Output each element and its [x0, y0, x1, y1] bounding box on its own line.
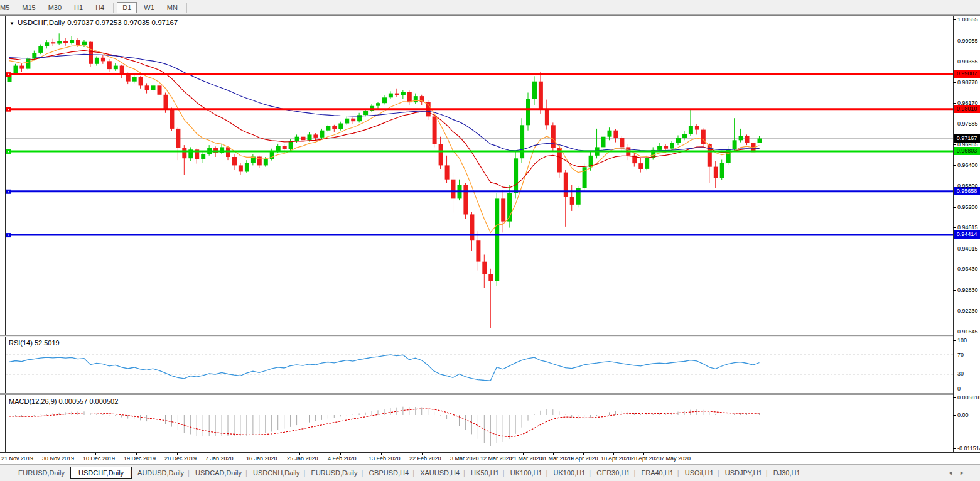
rsi-tick-label: 100 — [957, 337, 967, 343]
price-tick-mark — [953, 186, 956, 186]
date-tick-label: 30 Nov 2019 — [42, 455, 74, 462]
macd-tick-label: 0.005818 — [957, 394, 980, 401]
timeframe-d1-button[interactable]: D1 — [117, 2, 137, 13]
tab-usdcnh-daily[interactable]: USDCNH,Daily — [247, 467, 306, 479]
price-tick-mark — [953, 103, 956, 104]
date-tick-mark — [643, 453, 644, 455]
tabs-scroll-right-icon[interactable]: ► — [959, 470, 971, 476]
tab-scroll-arrows: ◄► — [947, 470, 971, 476]
price-tick-mark — [953, 144, 956, 145]
date-tick-label: 25 Jan 2020 — [287, 455, 318, 462]
date-tick-mark — [493, 453, 493, 455]
tab-audusd-daily[interactable]: AUDUSD,Daily — [132, 467, 190, 479]
macd-tick-mark — [953, 415, 956, 416]
tab-usdjpy-h1[interactable]: USDJPY,H1 — [719, 467, 768, 479]
price-tick-label: 0.94015 — [957, 246, 978, 252]
date-tick-mark — [553, 453, 554, 455]
price-tick-mark — [953, 332, 956, 332]
rsi-tick-mark — [953, 389, 956, 389]
timeframe-mn-button[interactable]: MN — [161, 2, 183, 13]
date-axis[interactable]: 21 Nov 201930 Nov 201910 Dec 201919 Dec … — [0, 452, 980, 465]
last-price-flag: 0.97167 — [954, 134, 980, 143]
date-tick-mark — [613, 453, 614, 455]
tab-usoil-h1[interactable]: USOil,H1 — [679, 467, 719, 479]
timeframe-m5-button[interactable]: M5 — [0, 2, 15, 13]
price-tick-mark — [953, 124, 956, 124]
date-tick-mark — [422, 453, 423, 455]
date-tick-mark — [523, 453, 524, 455]
price-tick-mark — [953, 311, 956, 311]
price-tick-mark — [953, 227, 956, 228]
tab-eurusd-daily-1[interactable]: EURUSD,Daily — [13, 467, 70, 479]
date-tick-label: 18 Apr 2020 — [601, 455, 632, 462]
macd-tick-mark — [953, 448, 956, 449]
price-tick-mark — [953, 290, 956, 291]
price-tick-label: 0.94615 — [957, 224, 978, 230]
tab-uk100-h1-1[interactable]: UK100,H1 — [505, 467, 548, 479]
date-tick-label: 19 Dec 2019 — [124, 455, 156, 462]
tab-uk100-h1-2[interactable]: UK100,H1 — [548, 467, 591, 479]
pane-splitter-2[interactable] — [0, 393, 980, 395]
price-tick-label: 0.98770 — [957, 79, 978, 85]
tab-dj30-h1[interactable]: DJ30,H1 — [768, 467, 806, 479]
tab-xauusd-h4[interactable]: XAUUSD,H4 — [414, 467, 465, 479]
date-tick-label: 4 Feb 2020 — [328, 455, 357, 462]
chart-tab-bar: EURUSD,Daily USDCHF,Daily AUDUSD,Daily U… — [0, 464, 980, 481]
rsi-chart-canvas — [6, 337, 953, 393]
timeframe-w1-button[interactable]: W1 — [138, 2, 160, 13]
tab-ger30-h1[interactable]: GER30,H1 — [591, 467, 635, 479]
macd-pane[interactable]: MACD(12,26,9) 0.000557 0.000502 — [6, 396, 953, 452]
price-tick-mark — [953, 62, 956, 62]
date-tick-label: 12 Mar 2020 — [480, 455, 512, 462]
date-tick-label: 28 Dec 2019 — [164, 455, 197, 462]
rsi-tick-mark — [953, 355, 956, 355]
timeframe-m30-button[interactable]: M30 — [43, 2, 67, 13]
price-tick-label: 0.99955 — [957, 38, 978, 44]
mt4-window: M5 M15 M30 H1 H4 D1 W1 MN ▼USDCHF,Daily0… — [0, 0, 980, 481]
date-tick-label: 28 Apr 2020 — [631, 455, 662, 462]
rsi-tick-mark — [953, 340, 956, 341]
hline-price-flag: 0.94414 — [954, 230, 980, 239]
date-tick-mark — [463, 453, 463, 455]
price-pane[interactable]: ▼USDCHF,Daily0.97037 0.97253 0.97035 0.9… — [6, 16, 953, 335]
date-tick-label: 21 Mar 2020 — [510, 455, 542, 462]
price-tick-label: 0.93430 — [957, 266, 978, 272]
tab-usdcad-daily[interactable]: USDCAD,Daily — [190, 467, 247, 479]
price-tick-mark — [953, 19, 956, 20]
date-tick-label: 22 Feb 2020 — [409, 455, 441, 462]
date-tick-label: 16 Jan 2020 — [246, 455, 277, 462]
timeframe-h4-button[interactable]: H4 — [90, 2, 110, 13]
macd-chart-canvas — [6, 396, 953, 452]
date-tick-mark — [259, 453, 259, 455]
chart-ohlc-label: 0.97037 0.97253 0.97035 0.97167 — [67, 19, 178, 26]
date-tick-mark — [136, 453, 137, 455]
tab-usdchf-daily[interactable]: USDCHF,Daily — [70, 467, 132, 479]
price-tick-mark — [953, 82, 956, 83]
price-tick-mark — [953, 207, 956, 208]
price-tick-label: 0.95800 — [957, 183, 978, 189]
price-tick-label: 0.92230 — [957, 308, 978, 314]
price-tick-label: 0.97585 — [957, 121, 978, 127]
price-tick-label: 0.96985 — [957, 141, 978, 148]
date-tick-mark — [177, 453, 178, 455]
date-tick-mark — [381, 453, 382, 455]
rsi-tick-label: 70 — [957, 352, 964, 358]
price-tick-mark — [953, 41, 956, 41]
date-tick-label: 21 Nov 2019 — [1, 455, 33, 462]
rsi-pane[interactable]: RSI(14) 52.5019 — [6, 337, 953, 393]
date-tick-label: 3 Mar 2020 — [450, 455, 479, 462]
toolbar-separator — [186, 3, 187, 13]
hline-price-flag: 0.96803 — [954, 147, 980, 155]
tab-gbpusd-h4[interactable]: GBPUSD,H4 — [363, 467, 415, 479]
date-tick-label: 9 Apr 2020 — [571, 455, 598, 462]
chart-dropdown-icon[interactable]: ▼ — [9, 21, 14, 26]
tab-hk50-h1[interactable]: HK50,H1 — [465, 467, 505, 479]
timeframe-h1-button[interactable]: H1 — [68, 2, 89, 13]
date-tick-mark — [14, 453, 14, 455]
tab-eurusd-daily-2[interactable]: EURUSD,Daily — [306, 467, 363, 479]
timeframe-m15-button[interactable]: M15 — [16, 2, 41, 13]
tabs-scroll-left-icon[interactable]: ◄ — [947, 470, 959, 476]
tab-fra40-h1[interactable]: FRA40,H1 — [635, 467, 679, 479]
date-tick-label: 10 Dec 2019 — [83, 455, 115, 462]
price-tick-label: 0.99355 — [957, 58, 978, 65]
